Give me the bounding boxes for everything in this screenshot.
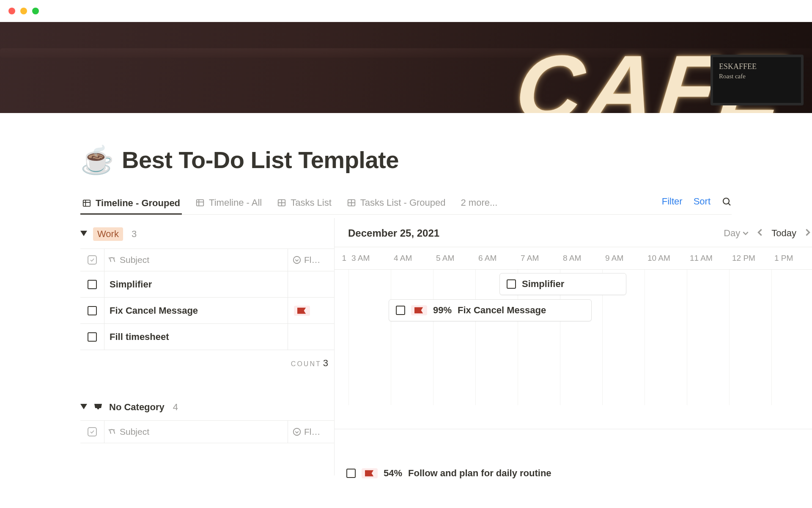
group-count: 4 (173, 402, 178, 413)
window-minimize-button[interactable] (20, 8, 27, 14)
flag-icon (294, 306, 310, 316)
svg-point-15 (294, 257, 301, 264)
table-header-row: Subject Fl… (80, 248, 334, 271)
timeline-scale-select[interactable]: Day (724, 228, 749, 239)
timeline-date: December 25, 2021 (348, 227, 439, 239)
collapse-icon[interactable] (80, 404, 87, 411)
group-count: 3 (132, 229, 137, 240)
timeline-panel: December 25, 2021 Day Today 1 3 AM 4 AM … (334, 218, 812, 475)
search-icon[interactable] (721, 196, 732, 207)
tab-tasks-list-grouped[interactable]: Tasks List - Grouped (345, 193, 447, 214)
text-property-icon (107, 427, 116, 436)
timeline-body[interactable]: Simplifier 99% Fix Cancel Message (335, 270, 812, 405)
bar-label: Fix Cancel Message (458, 305, 546, 316)
timeline-body-2[interactable]: 54% Follow and plan for daily routine (335, 429, 812, 475)
task-flag-cell[interactable] (288, 324, 334, 350)
timeline-bar-peek[interactable]: 54% Follow and plan for daily routine (346, 468, 551, 479)
flag-icon (411, 305, 427, 315)
table-icon (277, 198, 286, 207)
svg-marker-17 (80, 404, 87, 409)
timeline-bar-simplifier[interactable]: Simplifier (499, 273, 626, 295)
svg-rect-0 (83, 200, 91, 206)
bar-percent: 99% (433, 305, 452, 316)
tab-timeline-all[interactable]: Timeline - All (194, 193, 263, 214)
svg-line-13 (729, 204, 731, 206)
inbox-icon (93, 402, 103, 412)
window-close-button[interactable] (8, 8, 15, 14)
flag-icon (362, 468, 378, 478)
task-list-panel: Work 3 Subject Fl… Simplifier (80, 218, 334, 475)
column-flag[interactable]: Fl… (288, 421, 334, 443)
tab-label: Tasks List (291, 197, 332, 208)
column-flag[interactable]: Fl… (288, 249, 334, 271)
window-titlebar (0, 0, 812, 22)
page-cover[interactable]: CAFE ESKAFFEE Roast cafe (0, 22, 812, 113)
task-checkbox[interactable] (88, 280, 97, 289)
task-flag-cell[interactable] (288, 298, 334, 323)
group-name: No Category (109, 402, 165, 413)
tab-tasks-list[interactable]: Tasks List (275, 193, 333, 214)
group-header-work[interactable]: Work 3 (80, 218, 334, 248)
page-icon[interactable]: ☕ (80, 146, 114, 174)
table-row[interactable]: Simplifier (80, 271, 334, 298)
bar-label: Follow and plan for daily routine (408, 468, 551, 479)
group-footer: COUNT3 (80, 350, 334, 369)
task-checkbox[interactable] (507, 279, 516, 289)
task-subject[interactable]: Fix Cancel Message (104, 298, 288, 323)
tabs-more[interactable]: 2 more... (459, 193, 499, 214)
task-checkbox[interactable] (396, 306, 405, 315)
svg-marker-14 (80, 231, 87, 236)
tab-label: Timeline - All (209, 197, 262, 208)
chevron-down-icon (743, 230, 749, 236)
table-header-row: Subject Fl… (80, 420, 334, 443)
svg-point-12 (723, 198, 729, 204)
table-icon (347, 198, 356, 207)
task-checkbox[interactable] (88, 306, 97, 315)
view-tabs: Timeline - Grouped Timeline - All Tasks … (80, 193, 732, 215)
svg-marker-19 (414, 307, 423, 314)
checkbox-column-icon (88, 255, 97, 265)
timeline-icon (82, 199, 91, 208)
tab-label: Tasks List - Grouped (360, 197, 446, 208)
task-subject[interactable]: Simplifier (104, 271, 288, 297)
collapse-icon[interactable] (80, 231, 87, 237)
tab-label: Timeline - Grouped (96, 198, 180, 209)
bar-percent: 54% (384, 468, 402, 479)
svg-marker-20 (365, 470, 373, 477)
select-property-icon (292, 255, 302, 265)
sort-button[interactable]: Sort (694, 196, 710, 207)
svg-point-18 (294, 428, 301, 436)
timeline-prev-button[interactable] (756, 229, 764, 238)
task-checkbox[interactable] (88, 332, 97, 342)
table-row[interactable]: Fix Cancel Message (80, 298, 334, 324)
bar-label: Simplifier (522, 279, 564, 290)
page-title[interactable]: Best To-Do List Template (122, 146, 399, 174)
select-property-icon (292, 427, 302, 436)
timeline-next-button[interactable] (804, 229, 812, 238)
timeline-ruler: 1 3 AM 4 AM 5 AM 6 AM 7 AM 8 AM 9 AM 10 … (335, 247, 812, 270)
column-subject[interactable]: Subject (104, 421, 288, 443)
task-subject[interactable]: Fill timesheet (104, 324, 288, 350)
group-name-pill: Work (93, 227, 123, 241)
table-row[interactable]: Fill timesheet (80, 324, 334, 350)
task-checkbox[interactable] (346, 469, 356, 478)
timeline-today-button[interactable]: Today (771, 228, 796, 239)
timeline-bar-fix-cancel[interactable]: 99% Fix Cancel Message (389, 299, 592, 321)
svg-rect-3 (197, 200, 204, 206)
task-flag-cell[interactable] (288, 271, 334, 297)
svg-marker-16 (297, 307, 306, 314)
text-property-icon (107, 255, 116, 265)
window-zoom-button[interactable] (32, 8, 39, 14)
filter-button[interactable]: Filter (662, 196, 683, 207)
timeline-icon (195, 198, 205, 207)
column-subject[interactable]: Subject (104, 249, 288, 271)
checkbox-column-icon (88, 427, 97, 436)
group-header-no-category[interactable]: No Category 4 (80, 392, 334, 420)
cover-chalkboard: ESKAFFEE Roast cafe (710, 55, 804, 105)
tab-timeline-grouped[interactable]: Timeline - Grouped (80, 193, 182, 215)
